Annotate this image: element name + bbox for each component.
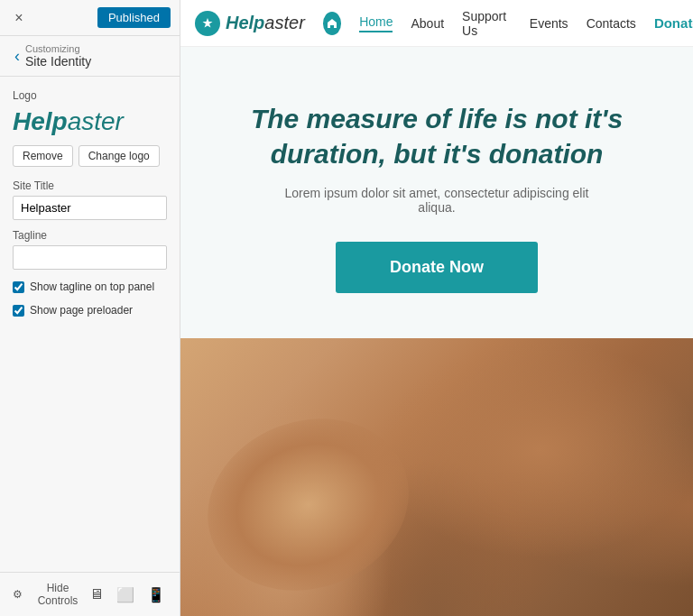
hands-image: [180, 338, 693, 616]
customizing-info: Customizing Site Identity: [25, 43, 91, 69]
settings-icon: ⚙: [13, 588, 23, 601]
nav-donate-button[interactable]: Donate: [654, 15, 693, 31]
nav-about-link[interactable]: About: [411, 16, 444, 31]
show-preloader-row[interactable]: Show page preloader: [13, 304, 167, 317]
hero-section: The measure of life is not it's duration…: [180, 47, 693, 338]
show-tagline-row[interactable]: Show tagline on top panel: [13, 280, 167, 293]
image-section: [180, 338, 693, 616]
nav-events-link[interactable]: Events: [530, 16, 568, 31]
show-tagline-label: Show tagline on top panel: [30, 280, 154, 293]
logo-italic: aster: [68, 107, 124, 135]
nav-logo-bold: Help: [226, 13, 264, 32]
published-button[interactable]: Published: [97, 7, 171, 28]
footer-icons: 🖥 ⬜ 📱: [88, 584, 167, 605]
sidebar: × Published ‹ Customizing Site Identity …: [0, 0, 180, 616]
mobile-view-button[interactable]: 📱: [145, 584, 167, 605]
tagline-label: Tagline: [13, 229, 167, 242]
site-title-label: Site Title: [13, 179, 167, 192]
donate-now-button[interactable]: Donate Now: [336, 242, 538, 293]
nav-support-link[interactable]: Support Us: [462, 9, 512, 38]
show-preloader-label: Show page preloader: [30, 304, 133, 317]
logo-section-label: Logo: [13, 89, 167, 102]
tablet-icon: ⬜: [116, 587, 134, 602]
hide-controls-label: Hide Controls: [28, 582, 88, 607]
mobile-icon: 📱: [147, 587, 165, 602]
main-area: Helpaster Home About Support Us Events C…: [180, 0, 693, 616]
tablet-view-button[interactable]: ⬜: [115, 584, 136, 605]
customizing-label: Customizing: [25, 43, 91, 54]
desktop-view-button[interactable]: 🖥: [88, 584, 106, 605]
remove-logo-button[interactable]: Remove: [13, 145, 73, 167]
customizing-title: Site Identity: [25, 54, 91, 69]
nav-links: Home About Support Us Events Contacts Do…: [323, 9, 693, 38]
back-button[interactable]: ‹: [9, 47, 25, 66]
nav-logo-italic: aster: [264, 13, 304, 32]
nav-contacts-link[interactable]: Contacts: [587, 16, 636, 31]
logo-bold: Help: [13, 107, 68, 135]
logo-buttons: Remove Change logo: [13, 145, 167, 167]
tagline-input[interactable]: [13, 245, 167, 270]
sidebar-footer: ⚙ Hide Controls 🖥 ⬜ 📱: [0, 572, 180, 616]
logo-display: Helpaster: [13, 107, 167, 136]
sidebar-content: Logo Helpaster Remove Change logo Site T…: [0, 77, 180, 572]
nav-logo-text: Helpaster: [226, 13, 305, 33]
show-preloader-checkbox[interactable]: [13, 305, 24, 317]
sidebar-header: × Published: [0, 0, 180, 36]
show-tagline-checkbox[interactable]: [13, 281, 24, 293]
change-logo-button[interactable]: Change logo: [79, 145, 160, 167]
home-icon: [323, 12, 341, 35]
hero-subtitle: Lorem ipsum dolor sit amet, consectetur …: [274, 186, 599, 215]
desktop-icon: 🖥: [89, 586, 104, 602]
close-button[interactable]: ×: [9, 8, 29, 28]
hero-title: The measure of life is not it's duration…: [217, 101, 657, 171]
hide-controls-button[interactable]: ⚙ Hide Controls: [13, 582, 88, 607]
site-title-input[interactable]: [13, 196, 167, 220]
nav-logo: Helpaster: [195, 11, 305, 36]
nav-logo-icon: [195, 11, 220, 36]
navigation: Helpaster Home About Support Us Events C…: [180, 0, 693, 47]
customizing-row: ‹ Customizing Site Identity: [0, 36, 180, 77]
nav-home-link[interactable]: Home: [359, 14, 393, 32]
